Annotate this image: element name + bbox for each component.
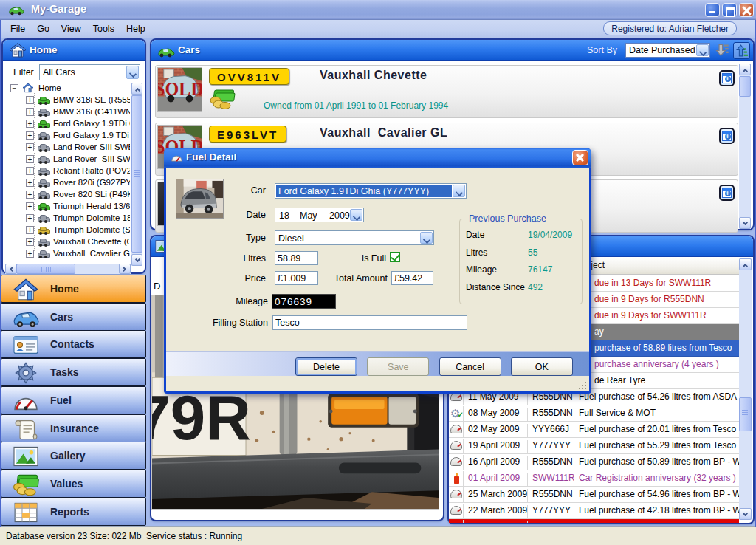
date-year[interactable]: 2009 (329, 210, 350, 221)
tree-item[interactable]: + BMW 318i SE (R555D (7, 95, 130, 106)
sidebar-nav-button[interactable]: Insurance (1, 414, 146, 442)
task-row[interactable]: 19 April 2009 Y777YYY Fuel purchase of 5… (449, 438, 739, 454)
tree-item-label[interactable]: Triumph Dolomite (SW (53, 225, 130, 234)
tree-item[interactable]: + Vauxhall Cavalier GL ( (7, 248, 130, 260)
menu-item[interactable]: File (4, 20, 31, 37)
tree-item-label[interactable]: Land Rover SIII SWB (53, 154, 130, 163)
dialog-button[interactable]: Save (367, 357, 429, 376)
car-dropdown[interactable]: Ford Galaxy 1.9TDi Ghia (Y777YYY) (275, 183, 467, 199)
tree-item-label[interactable]: Rover 820i (G927PYC) (53, 178, 130, 187)
tree-item[interactable]: + Triumph Dolomite (SW (7, 224, 130, 236)
expand-icon[interactable]: + (26, 191, 34, 199)
close-button[interactable] (739, 3, 754, 17)
dialog-button[interactable]: Delete (295, 357, 357, 376)
expand-icon[interactable]: + (26, 131, 34, 140)
scroll-down-button[interactable] (739, 217, 751, 229)
task-row[interactable] (449, 519, 739, 523)
task-row[interactable]: 08 May 2009 R555DNN Full Service & MOT (449, 405, 739, 422)
sort-dropdown[interactable]: Date Purchased (625, 43, 710, 58)
task-row[interactable]: 22 March 2009 Y777YYY Fuel purchase of 4… (449, 503, 739, 519)
sort-descending-button[interactable] (713, 42, 730, 59)
restore-button[interactable] (722, 3, 737, 17)
cars-vertical-scrollbar[interactable] (739, 64, 751, 229)
tree-root-label[interactable]: Home (38, 83, 61, 92)
chevron-down-icon[interactable] (420, 232, 433, 244)
collapse-icon[interactable]: − (10, 84, 18, 92)
sidebar-nav-button[interactable]: Home (1, 275, 146, 303)
scrollbar-thumb[interactable] (739, 76, 751, 97)
expand-icon[interactable]: + (26, 238, 34, 246)
expand-icon[interactable]: + (26, 179, 34, 187)
litres-input[interactable]: 58.89 (275, 251, 318, 265)
scroll-up-button[interactable] (739, 258, 752, 270)
car-info-button[interactable] (719, 70, 735, 86)
tree-item-label[interactable]: BMW 316i (G411WNR (53, 107, 130, 116)
tree-root[interactable]: − Home (7, 83, 130, 95)
tree-item-label[interactable]: Vauxhall Chevette (OV (53, 237, 130, 246)
tree-item-label[interactable]: Vauxhall Cavalier GL ( (53, 249, 130, 258)
tree-item-label[interactable]: BMW 318i SE (R555D (53, 95, 130, 104)
price-input[interactable]: £1.009 (275, 271, 318, 285)
sort-ascending-button[interactable] (733, 42, 750, 59)
tree-vertical-scrollbar[interactable] (131, 83, 142, 266)
filter-dropdown[interactable]: All Cars (39, 64, 140, 80)
scroll-right-button[interactable] (119, 264, 131, 274)
menu-item[interactable]: Tools (87, 20, 120, 37)
sidebar-nav-button[interactable]: Cars (1, 303, 146, 331)
sidebar-nav-button[interactable]: Contacts (1, 330, 146, 358)
tree-item-label[interactable]: Triumph Herald 13/60 (53, 202, 130, 210)
dialog-title-bar[interactable]: Fuel Detail (164, 148, 591, 168)
tree-item[interactable]: + Rover 820 SLi (P49KO (7, 189, 130, 201)
tree-item-label[interactable]: Land Rover SIII SWB : (53, 143, 130, 151)
sidebar-nav-button[interactable]: Gallery (1, 442, 146, 470)
scroll-up-button[interactable] (739, 64, 751, 75)
menu-item[interactable]: Go (31, 20, 55, 37)
tree-item[interactable]: + Vauxhall Chevette (OV (7, 236, 130, 248)
expand-icon[interactable]: + (26, 226, 34, 234)
expand-icon[interactable]: + (26, 96, 34, 104)
task-row[interactable]: 01 April 2009 SWW111R Car Registration a… (449, 470, 739, 487)
title-bar[interactable]: My-Garage (0, 0, 756, 20)
dialog-button[interactable]: Cancel (439, 357, 501, 376)
date-day[interactable]: 18 (279, 210, 289, 221)
expand-icon[interactable]: + (26, 167, 34, 175)
chevron-down-icon[interactable] (126, 66, 139, 79)
menu-item[interactable]: View (55, 20, 87, 37)
task-row[interactable]: 02 May 2009 YYY666J Fuel purchase of 20.… (449, 422, 739, 438)
task-row[interactable]: 25 March 2009 R555DNN Fuel purchase of 5… (449, 487, 739, 503)
minimize-button[interactable] (705, 3, 720, 17)
expand-icon[interactable]: + (26, 214, 34, 222)
expand-icon[interactable]: + (26, 202, 34, 210)
tree-item[interactable]: + Ford Galaxy 1.9 TDi GH (7, 130, 130, 142)
car-info-button[interactable] (719, 128, 735, 144)
sidebar-nav-button[interactable]: Fuel (1, 386, 146, 414)
scroll-up-button[interactable] (131, 83, 142, 95)
tree-item-label[interactable]: Ford Galaxy 1.9 TDi GH (53, 131, 130, 140)
sidebar-nav-button[interactable]: Reports (1, 498, 146, 526)
tree-item[interactable]: + Triumph Dolomite 1850 (7, 213, 130, 224)
is-full-checkbox[interactable] (390, 252, 400, 262)
expand-icon[interactable]: + (26, 143, 34, 151)
scroll-down-button[interactable] (739, 508, 752, 520)
tree-item[interactable]: + Rover 820i (G927PYC) (7, 177, 130, 189)
type-dropdown[interactable]: Diesel (275, 230, 434, 245)
tree-horizontal-scrollbar[interactable] (5, 264, 131, 274)
filling-station-input[interactable]: Tesco (272, 315, 467, 330)
tasks-vertical-scrollbar[interactable] (739, 258, 752, 520)
tree-item[interactable]: + Land Rover SIII SWB (7, 154, 130, 165)
tree-item[interactable]: + Land Rover SIII SWB : (7, 142, 130, 154)
tree-item-label[interactable]: Rover 820 SLi (P49KO (53, 190, 130, 199)
chevron-down-icon[interactable] (696, 44, 709, 56)
dialog-button[interactable]: OK (511, 357, 573, 376)
expand-icon[interactable]: + (26, 120, 34, 128)
tree-item[interactable]: + BMW 316i (G411WNR (7, 106, 130, 118)
date-picker[interactable]: 18 May 2009 (275, 208, 364, 222)
chevron-down-icon[interactable] (350, 209, 362, 221)
dialog-close-button[interactable] (572, 150, 588, 165)
car-info-button[interactable] (719, 185, 735, 201)
scrollbar-thumb[interactable] (131, 95, 142, 253)
total-amount-input[interactable]: £59.42 (391, 271, 433, 285)
resize-grip[interactable] (578, 381, 587, 390)
car-row[interactable]: SOLD OVV811V Vauxhall Chevette Owned fro… (155, 65, 738, 118)
expand-icon[interactable]: + (26, 108, 34, 116)
